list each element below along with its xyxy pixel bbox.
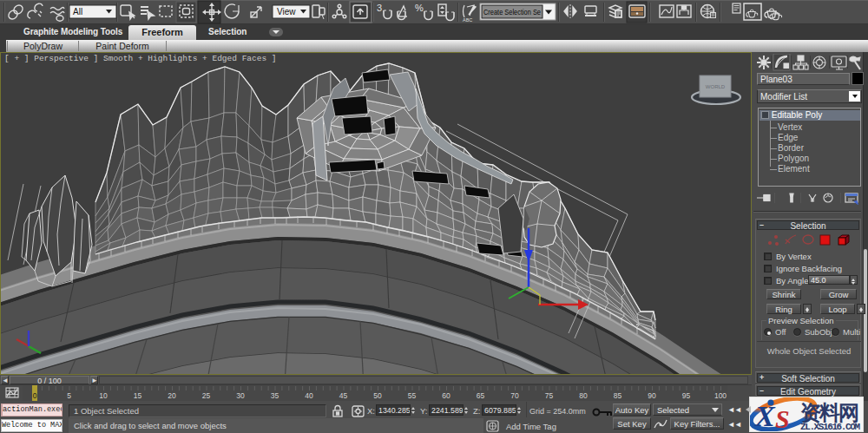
svg-text:ZL.XS1616.COM: ZL.XS1616.COM [800,422,860,431]
svg-text:View: View [277,7,296,16]
svg-text:60: 60 [442,391,450,400]
svg-text:65: 65 [477,391,485,400]
svg-text:35: 35 [271,391,279,400]
svg-text:30: 30 [236,391,245,400]
svg-text:15: 15 [134,391,142,400]
svg-text:40: 40 [305,391,313,400]
svg-text:90: 90 [648,391,656,400]
svg-text:10: 10 [99,391,108,400]
svg-text:70: 70 [510,391,519,400]
svg-text:55: 55 [408,391,417,400]
svg-text:Create Selection Se: Create Selection Se [483,8,541,16]
svg-text:S: S [775,404,790,431]
svg-text:25: 25 [202,391,211,400]
svg-text:75: 75 [545,391,554,400]
svg-text:80: 80 [579,391,588,400]
svg-text:50: 50 [373,391,382,400]
svg-text:100: 100 [714,391,727,400]
svg-text:5: 5 [67,391,71,400]
svg-text:All: All [73,7,82,16]
svg-text:45: 45 [339,391,348,400]
svg-text:资料网: 资料网 [800,401,859,424]
svg-text:%: % [415,3,424,13]
svg-text:0: 0 [33,391,37,400]
svg-text:20: 20 [168,391,176,400]
svg-text:85: 85 [614,391,622,400]
svg-text:95: 95 [682,391,691,400]
svg-text:3: 3 [377,3,382,13]
svg-text:ABC: ABC [463,17,472,23]
